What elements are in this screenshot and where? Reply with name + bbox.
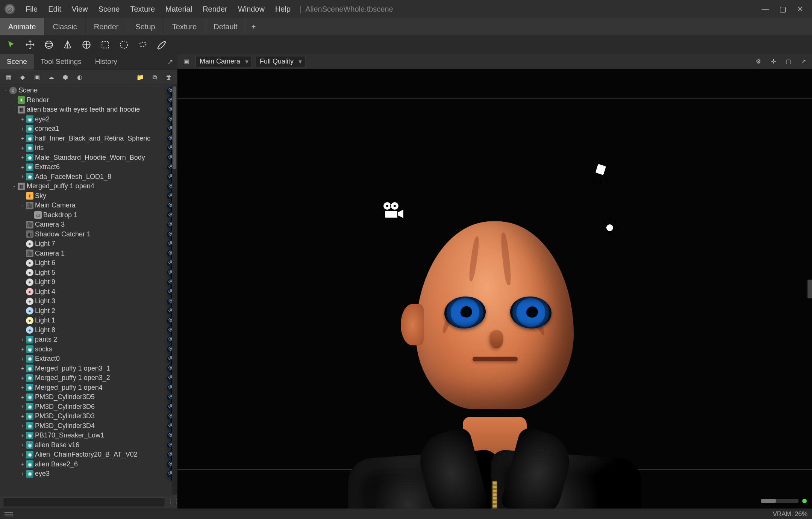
tree-row[interactable]: -○Scene🔒👁 <box>0 86 177 95</box>
minimize-button[interactable]: — <box>758 3 773 15</box>
menu-file[interactable]: File <box>20 5 43 14</box>
tree-expand-toggle[interactable]: + <box>20 174 26 180</box>
tree-row[interactable]: +◉socks🔒👁 <box>0 345 177 354</box>
tree-row[interactable]: ●Light 2🔒👁 <box>0 306 177 316</box>
tree-row[interactable]: +◉alien Base v16🔒👁 <box>0 440 177 450</box>
tree-row[interactable]: +◉Male_Standard_Hoodie_Worn_Body🔒👁 <box>0 153 177 163</box>
tree-row[interactable]: +◉Merged_puffy 1 open3_1🔒👁 <box>0 364 177 374</box>
tree-scrollbar[interactable] <box>172 85 177 495</box>
tree-expand-toggle[interactable]: + <box>20 452 26 458</box>
tree-row[interactable]: ●Light 8🔒👁 <box>0 325 177 335</box>
tree-expand-toggle[interactable]: + <box>20 394 26 400</box>
tree-expand-toggle[interactable]: - <box>20 203 26 209</box>
panel-tab-tool-settings[interactable]: Tool Settings <box>34 54 88 70</box>
tree-expand-toggle[interactable]: + <box>20 356 26 362</box>
tree-expand-toggle[interactable]: + <box>20 365 26 371</box>
universal-tool[interactable] <box>78 37 95 52</box>
panel-tab-scene[interactable]: Scene <box>0 54 34 70</box>
tree-row[interactable]: +◉eye3🔒👁 <box>0 469 177 479</box>
viewport-popout-button[interactable]: ↗ <box>798 56 809 67</box>
tree-expand-toggle[interactable]: + <box>20 471 26 477</box>
rect-select-tool[interactable] <box>97 37 114 52</box>
tree-row[interactable]: -▦alien base with eyes teeth and hoodie🔒… <box>0 105 177 115</box>
tree-expand-toggle[interactable]: + <box>20 423 26 429</box>
scale-tool[interactable] <box>59 37 76 52</box>
tree-row[interactable]: +◉pants 2🔒👁 <box>0 335 177 345</box>
tree-row[interactable]: +◉alien Base2_6🔒👁 <box>0 460 177 469</box>
close-button[interactable]: ✕ <box>792 3 807 15</box>
tree-row[interactable]: +◉PM3D_Cylinder3D5🔒👁 <box>0 392 177 402</box>
menu-help[interactable]: Help <box>270 5 296 14</box>
tree-row[interactable]: +◉PB170_Sneaker_Low1🔒👁 <box>0 431 177 440</box>
menu-view[interactable]: View <box>67 5 93 14</box>
add-camera-button[interactable]: ▣ <box>31 71 43 83</box>
select-tool[interactable] <box>3 37 20 52</box>
add-workspace-tab[interactable]: + <box>246 18 261 35</box>
tree-row[interactable]: +◉Merged_puffy 1 open3_2🔒👁 <box>0 373 177 383</box>
tree-row[interactable]: -🎥Main Camera🔒👁 <box>0 201 177 210</box>
tree-expand-toggle[interactable]: + <box>20 145 26 151</box>
tree-row[interactable]: ☀Render🔒👁 <box>0 95 177 105</box>
tree-expand-toggle[interactable]: + <box>20 346 26 352</box>
workspace-tab-animate[interactable]: Animate <box>0 18 44 35</box>
add-sky-button[interactable]: ☁ <box>45 71 57 83</box>
tree-expand-toggle[interactable]: + <box>20 461 26 467</box>
spotlight-gizmo-icon[interactable] <box>591 163 610 186</box>
add-group-button[interactable]: ⬢ <box>59 71 71 83</box>
maximize-button[interactable]: ▢ <box>775 3 790 15</box>
rotate-tool[interactable] <box>41 37 57 52</box>
tree-row[interactable]: +◉PM3D_Cylinder3D4🔒👁 <box>0 421 177 431</box>
tree-expand-toggle[interactable]: + <box>20 413 26 419</box>
tree-expand-toggle[interactable]: + <box>20 337 26 343</box>
circle-select-tool[interactable] <box>116 37 132 52</box>
tree-row[interactable]: ●Light 3🔒👁 <box>0 297 177 306</box>
menu-edit[interactable]: Edit <box>43 5 66 14</box>
right-panel-handle[interactable] <box>807 280 812 298</box>
quality-select[interactable]: Full Quality <box>256 56 305 67</box>
scene-search-input[interactable] <box>3 497 165 507</box>
workspace-tab-render[interactable]: Render <box>86 18 127 35</box>
tree-row[interactable]: +◉half_Inner_Black_and_Retina_Spheric🔒👁 <box>0 134 177 144</box>
workspace-tab-setup[interactable]: Setup <box>127 18 164 35</box>
tree-row[interactable]: ▭Backdrop 1🔒👁 <box>0 210 177 220</box>
tree-expand-toggle[interactable]: + <box>20 384 26 390</box>
tree-expand-toggle[interactable]: + <box>20 135 26 141</box>
tree-row[interactable]: ●Light 5🔒👁 <box>0 268 177 278</box>
add-object-button[interactable]: ▦ <box>2 71 14 83</box>
tree-row[interactable]: 🎥Camera 3🔒👁 <box>0 220 177 230</box>
tree-row[interactable]: +◉PM3D_Cylinder3D6🔒👁 <box>0 402 177 412</box>
viewport-camera-icon[interactable]: ▣ <box>180 56 192 67</box>
tree-row[interactable]: +◉PM3D_Cylinder3D3🔒👁 <box>0 412 177 421</box>
viewport-settings-button[interactable]: ⚙ <box>753 56 764 67</box>
camera-select[interactable]: Main Camera <box>195 56 252 67</box>
menu-material[interactable]: Material <box>160 5 197 14</box>
viewport-center-button[interactable]: ✛ <box>768 56 779 67</box>
tree-row[interactable]: ☀Sky🔒👁 <box>0 191 177 201</box>
delete-button[interactable]: 🗑 <box>163 71 175 83</box>
tree-expand-toggle[interactable]: + <box>20 116 26 122</box>
tree-expand-toggle[interactable]: + <box>20 126 26 132</box>
camera-gizmo-icon[interactable] <box>380 201 407 219</box>
tree-row[interactable]: +◉cornea1🔒👁 <box>0 124 177 134</box>
tree-expand-toggle[interactable]: - <box>3 88 9 94</box>
menu-scene[interactable]: Scene <box>93 5 125 14</box>
panel-popout-button[interactable]: ↗ <box>164 54 177 70</box>
tree-row[interactable]: ●Light 4🔒👁 <box>0 287 177 297</box>
tree-row[interactable]: ●Light 6🔒👁 <box>0 258 177 268</box>
viewport-maximize-button[interactable]: ▢ <box>783 56 794 67</box>
menu-window[interactable]: Window <box>233 5 270 14</box>
paint-select-tool[interactable] <box>153 37 170 52</box>
tree-expand-toggle[interactable]: + <box>20 442 26 448</box>
tree-row[interactable]: +◉Ada_FaceMesh_LOD1_8🔒👁 <box>0 172 177 182</box>
tree-expand-toggle[interactable]: - <box>11 183 17 189</box>
tree-row[interactable]: ●Light 1🔒👁 <box>0 316 177 325</box>
lasso-select-tool[interactable] <box>135 37 151 52</box>
duplicate-button[interactable]: ⧉ <box>148 71 161 83</box>
tree-expand-toggle[interactable]: + <box>20 375 26 381</box>
pointlight-gizmo-icon[interactable] <box>598 215 621 238</box>
tree-expand-toggle[interactable]: - <box>11 107 17 113</box>
tree-row[interactable]: +◉Extract6🔒👁 <box>0 162 177 172</box>
tree-row[interactable]: ●Light 9🔒👁 <box>0 277 177 287</box>
workspace-tab-classic[interactable]: Classic <box>44 18 85 35</box>
workspace-tab-default[interactable]: Default <box>205 18 246 35</box>
